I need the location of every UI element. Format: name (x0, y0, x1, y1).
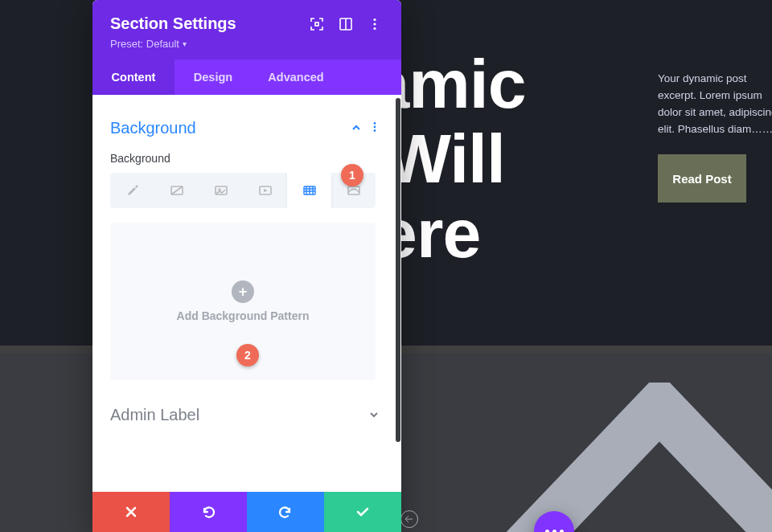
annotation-2: 2 (236, 344, 259, 366)
panel-header: Section Settings Preset: Default ▾ (92, 0, 401, 59)
close-button[interactable] (92, 492, 170, 532)
tab-advanced[interactable]: Advanced (252, 59, 340, 95)
bg-type-color[interactable] (110, 173, 154, 208)
more-icon (545, 530, 564, 533)
tab-content[interactable]: Content (92, 59, 175, 95)
bg-type-pattern[interactable] (287, 173, 331, 208)
panel-title: Section Settings (110, 14, 297, 33)
chevron-decor (491, 383, 772, 532)
read-post-label: Read Post (672, 172, 731, 186)
section-settings-panel: Section Settings Preset: Default ▾ Conte… (92, 0, 401, 532)
background-section-title[interactable]: Background (110, 119, 347, 137)
more-vert-icon[interactable] (366, 15, 384, 33)
scrollbar-thumb[interactable] (396, 98, 400, 442)
svg-rect-1 (315, 23, 318, 26)
save-button[interactable] (324, 492, 401, 532)
undo-button[interactable] (170, 492, 247, 532)
bg-type-image[interactable] (199, 173, 243, 208)
svg-point-6 (373, 27, 376, 29)
svg-point-12 (219, 189, 220, 190)
tab-design[interactable]: Design (175, 59, 252, 95)
svg-point-5 (373, 23, 376, 25)
dropzone-label: Add Background Pattern (177, 309, 310, 322)
hero-excerpt: Your dynamic post excerpt. Lorem ipsum d… (658, 71, 772, 138)
section-more-icon[interactable] (366, 121, 384, 136)
svg-point-7 (374, 122, 376, 125)
background-field-label: Background (110, 152, 384, 165)
focus-icon[interactable] (308, 15, 326, 33)
chevron-down-icon: ▾ (183, 39, 187, 48)
svg-point-8 (374, 125, 376, 128)
hidden-settings-dot (400, 510, 418, 528)
plus-icon: + (232, 280, 254, 303)
expand-icon (364, 409, 384, 422)
svg-point-9 (374, 129, 376, 132)
panel-body: Background Background (92, 95, 401, 492)
collapse-icon[interactable] (347, 122, 366, 135)
annotation-1: 1 (341, 164, 363, 186)
bg-type-video[interactable] (243, 173, 287, 208)
bg-type-gradient[interactable] (154, 173, 199, 208)
admin-label-section: Admin Label (92, 388, 401, 442)
redo-button[interactable] (247, 492, 324, 532)
preset-label: Preset: Default (110, 38, 179, 50)
background-type-picker (110, 173, 376, 208)
settings-tabs: Content Design Advanced (92, 59, 401, 95)
panel-footer (92, 492, 401, 532)
preset-selector[interactable]: Preset: Default ▾ (110, 38, 384, 50)
read-post-button[interactable]: Read Post (658, 154, 746, 203)
svg-point-4 (373, 18, 376, 20)
admin-label-toggle[interactable]: Admin Label (110, 406, 384, 424)
responsive-icon[interactable] (337, 15, 355, 33)
admin-label-title: Admin Label (110, 406, 364, 424)
